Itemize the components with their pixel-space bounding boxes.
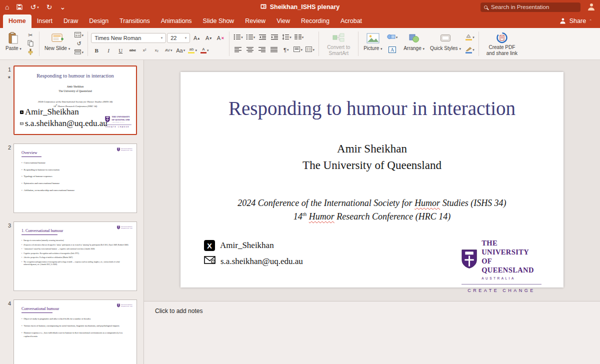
- copy-button[interactable]: [25, 40, 36, 48]
- columns-button[interactable]: ▾: [294, 34, 305, 42]
- align-left-button[interactable]: [232, 46, 244, 54]
- thumbnail-3[interactable]: 1. Conversational humour •Emerges in con…: [14, 222, 137, 291]
- slide-conference-line-1[interactable]: 2024 Conference of the International Soc…: [180, 198, 564, 208]
- cut-button[interactable]: ✂: [25, 31, 36, 40]
- italic-button[interactable]: I: [103, 46, 114, 54]
- notes-pane[interactable]: Click to add notes: [144, 301, 600, 364]
- numbering-button[interactable]: ▾: [245, 34, 256, 42]
- bold-button[interactable]: B: [91, 46, 102, 54]
- undo-dropdown-icon[interactable]: ▾: [37, 6, 39, 9]
- more-commands-icon[interactable]: ⌄: [60, 4, 66, 10]
- underline-button[interactable]: U: [115, 46, 126, 54]
- slide-number: 3: [8, 222, 11, 228]
- section-dropdown-icon: ▾: [82, 50, 84, 54]
- slide-author[interactable]: Amir Sheikhan: [180, 142, 564, 156]
- slides-group: New Slide ▾ ▾ ↺ ▾: [41, 29, 86, 58]
- save-icon[interactable]: [16, 4, 22, 10]
- thumbnail-2[interactable]: Overview •Conversational humour •Respond…: [14, 144, 137, 213]
- tab-acrobat[interactable]: Acrobat: [335, 14, 368, 28]
- uq-logo-line-1: THE UNIVERSITY: [482, 238, 542, 256]
- font-color-icon: A: [202, 48, 204, 52]
- tab-view[interactable]: View: [271, 14, 296, 28]
- tab-insert[interactable]: Insert: [32, 14, 58, 28]
- font-size-select[interactable]: 22▾: [167, 33, 190, 43]
- shape-fill-icon: [466, 34, 472, 40]
- new-slide-button[interactable]: New Slide ▾: [42, 30, 72, 58]
- section-button[interactable]: ▾: [74, 48, 84, 56]
- share-chevron-icon: ⌃: [589, 19, 592, 23]
- tab-animations[interactable]: Animations: [156, 14, 198, 28]
- slide-contacts[interactable]: X Amir_Sheikhan @ s.a.sheikhan@uq.edu.au: [204, 240, 303, 266]
- decrease-font-button[interactable]: A▾: [203, 34, 214, 42]
- tab-draw[interactable]: Draw: [58, 14, 84, 28]
- convert-smartart-button[interactable]: Convert to SmartArt: [322, 30, 355, 58]
- quick-styles-button[interactable]: Quick Styles ▾: [428, 30, 463, 58]
- superscript-button[interactable]: x²: [139, 46, 150, 54]
- shapes-icon: [387, 34, 396, 41]
- email-icon: @: [204, 256, 216, 266]
- paste-dropdown-icon[interactable]: ▾: [20, 47, 22, 50]
- paste-button[interactable]: Paste ▾: [4, 30, 24, 58]
- character-spacing-button[interactable]: AV▾: [163, 46, 174, 54]
- notes-placeholder[interactable]: Click to add notes: [155, 308, 202, 314]
- picture-dropdown-icon[interactable]: ▾: [380, 47, 382, 50]
- strikethrough-button[interactable]: abc: [127, 46, 138, 54]
- tab-recording[interactable]: Recording: [296, 14, 335, 28]
- align-text-button[interactable]: ▾: [292, 46, 304, 54]
- text-columns-button[interactable]: ▾: [304, 46, 316, 54]
- quick-styles-dropdown-icon[interactable]: ▾: [459, 47, 461, 50]
- share-button[interactable]: Share ⌃: [559, 18, 597, 28]
- new-slide-dropdown-icon[interactable]: ▾: [68, 47, 70, 50]
- home-icon[interactable]: ⌂: [5, 4, 9, 10]
- text-direction-button[interactable]: ¶▾: [280, 46, 292, 54]
- thumbnail-4[interactable]: Conversational humour •Object of study i…: [14, 300, 137, 364]
- picture-button[interactable]: Picture ▾: [362, 30, 384, 58]
- tab-transitions[interactable]: Transitions: [114, 14, 156, 28]
- shapes-button[interactable]: ▾: [386, 33, 399, 42]
- bullets-button[interactable]: ▾: [232, 34, 244, 42]
- format-painter-button[interactable]: [25, 48, 36, 56]
- slide-conference-line-2[interactable]: 14th Humor Research Conference (HRC 14): [180, 211, 564, 222]
- justify-button[interactable]: [268, 46, 280, 54]
- tab-review[interactable]: Review: [240, 14, 271, 28]
- arrange-dropdown-icon[interactable]: ▾: [423, 47, 425, 50]
- increase-font-button[interactable]: A▴: [191, 34, 202, 42]
- create-pdf-button[interactable]: Create PDF and share link: [482, 30, 522, 58]
- tab-home[interactable]: Home: [3, 14, 32, 28]
- arrange-label: Arrange: [404, 46, 422, 51]
- thumbnail-1[interactable]: Responding to humour in interaction Amir…: [14, 66, 137, 135]
- text-box-button[interactable]: A: [386, 46, 399, 54]
- tab-design[interactable]: Design: [84, 14, 114, 28]
- slide-canvas-area: Responding to humour in interaction Amir…: [144, 60, 600, 301]
- uq-shield-icon: [117, 304, 120, 308]
- indent-button[interactable]: [269, 34, 280, 42]
- increase-font-icon: A: [194, 35, 197, 41]
- font-color-button[interactable]: A▾: [199, 46, 210, 54]
- slide-layout-button[interactable]: ▾: [74, 31, 84, 40]
- font-name-select[interactable]: Times New Roman▾: [91, 33, 166, 43]
- subscript-button[interactable]: x₂: [151, 46, 162, 54]
- svg-text:A: A: [390, 47, 394, 52]
- align-right-button[interactable]: [256, 46, 268, 54]
- align-center-button[interactable]: [244, 46, 256, 54]
- clear-formatting-button[interactable]: A✕: [215, 34, 226, 42]
- line-spacing-button[interactable]: ▾: [281, 34, 292, 42]
- slide-affiliation[interactable]: The University of Queensland: [180, 159, 564, 172]
- reset-slide-button[interactable]: ↺: [74, 40, 84, 48]
- change-case-button[interactable]: Aa▾: [175, 46, 186, 54]
- arrange-button[interactable]: Arrange ▾: [402, 30, 426, 58]
- shape-fill-button[interactable]: ▾: [464, 33, 476, 42]
- undo-button[interactable]: ↺▾: [30, 4, 38, 10]
- outdent-button[interactable]: [257, 34, 268, 42]
- slide-title[interactable]: Responding to humour in interaction: [180, 97, 564, 120]
- thumb1-twitter: Amir_Sheikhan: [25, 107, 79, 117]
- redo-icon[interactable]: ↻: [46, 4, 52, 10]
- highlight-button[interactable]: ab▾: [187, 46, 198, 54]
- shape-outline-button[interactable]: ▾: [464, 46, 476, 54]
- tab-slide-show[interactable]: Slide Show: [198, 14, 240, 28]
- slide-number: 2: [8, 144, 11, 150]
- slide-canvas[interactable]: Responding to humour in interaction Amir…: [180, 72, 564, 288]
- account-icon[interactable]: [588, 4, 595, 10]
- search-input[interactable]: Search in Presentation: [480, 2, 580, 12]
- thumb1-uq-logo: THE UNIVERSITYOF QUEENSLANDAUSTRALIA CRE…: [104, 116, 132, 128]
